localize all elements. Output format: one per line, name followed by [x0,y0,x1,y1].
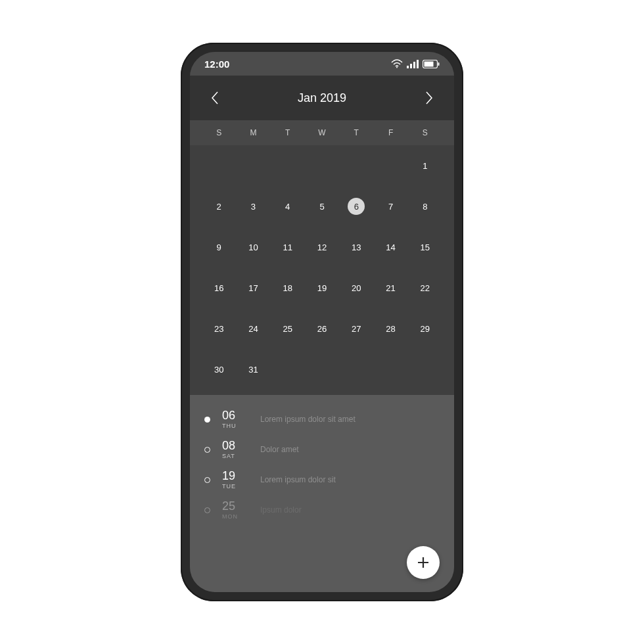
calendar-day-empty [236,145,270,186]
calendar-day-empty [339,145,373,186]
phone-frame: 12:00 Jan 2019 [181,43,463,601]
svg-rect-2 [410,64,412,68]
calendar-day[interactable]: 28 [373,308,407,349]
weekday-label: T [271,128,305,137]
calendar-day-empty [373,145,407,186]
prev-month-button[interactable] [206,89,224,107]
weekday-label: S [408,128,442,137]
signal-icon [407,60,419,68]
event-date-dow: TUE [222,483,248,490]
event-date-number: 19 [222,470,248,482]
event-date-dow: THU [222,423,248,429]
event-text: Lorem ipsum dolor sit [260,475,440,484]
event-date: 25MON [222,500,248,520]
calendar-day[interactable]: 29 [408,308,442,349]
event-row[interactable]: 25MONIpsum dolor [204,495,440,525]
status-bar: 12:00 [190,52,454,76]
event-date-number: 06 [222,409,248,421]
event-row[interactable]: 08SATDolor amet [204,434,440,465]
events-panel: 06THULorem ipsum dolor sit amet08SATDolo… [190,395,454,592]
calendar-day-empty [373,349,407,390]
bullet-hollow-icon [204,447,210,453]
event-row[interactable]: 06THULorem ipsum dolor sit amet [204,404,440,434]
calendar-day[interactable]: 26 [305,308,339,349]
add-event-button[interactable] [407,546,440,579]
calendar-day[interactable]: 4 [271,186,305,227]
event-date-number: 08 [222,440,248,451]
bullet-hollow-icon [204,507,210,513]
calendar-day[interactable]: 23 [202,308,236,349]
wifi-icon [391,59,403,68]
event-row[interactable]: 19TUELorem ipsum dolor sit [204,465,440,495]
calendar-day[interactable]: 15 [408,227,442,267]
calendar-day[interactable]: 30 [202,349,236,390]
calendar-day-empty [271,349,305,390]
calendar-day[interactable]: 11 [271,227,305,267]
calendar-day[interactable]: 3 [236,186,270,227]
event-text: Dolor amet [260,445,440,454]
calendar-day[interactable]: 19 [305,267,339,308]
calendar-day[interactable]: 31 [236,349,270,390]
calendar-grid: 1234567891011121314151617181920212223242… [190,145,454,395]
svg-rect-3 [413,62,415,68]
event-text: Ipsum dolor [260,505,440,515]
calendar-day-empty [271,145,305,186]
calendar-day[interactable]: 27 [339,308,373,349]
event-date-dow: MON [222,513,248,520]
calendar-day[interactable]: 17 [236,267,270,308]
calendar-day[interactable]: 21 [373,267,407,308]
weekday-label: S [202,128,236,137]
svg-point-0 [396,67,398,68]
plus-icon [416,555,430,570]
svg-rect-6 [425,61,434,66]
calendar-day[interactable]: 9 [202,227,236,267]
calendar-day[interactable]: 5 [305,186,339,227]
weekday-label: F [373,128,407,137]
event-date: 08SAT [222,440,248,459]
calendar-day[interactable]: 16 [202,267,236,308]
event-text: Lorem ipsum dolor sit amet [260,415,440,424]
weekday-label: M [236,128,270,137]
calendar-day[interactable]: 13 [339,227,373,267]
weekday-label: T [339,128,373,137]
status-icons [391,59,440,68]
calendar-day-empty [339,349,373,390]
weekday-header: SMTWTFS [190,120,454,145]
screen: 12:00 Jan 2019 [190,52,454,592]
calendar-day[interactable]: 1 [408,145,442,186]
calendar-day-empty [202,145,236,186]
bullet-hollow-icon [204,477,210,483]
month-title: Jan 2019 [298,91,346,105]
event-date-dow: SAT [222,453,248,459]
month-navigation: Jan 2019 [190,76,454,120]
calendar-day[interactable]: 24 [236,308,270,349]
battery-icon [423,60,440,68]
calendar-day[interactable]: 8 [408,186,442,227]
calendar-day-empty [305,349,339,390]
calendar-day[interactable]: 12 [305,227,339,267]
calendar-day-empty [305,145,339,186]
calendar-day[interactable]: 18 [271,267,305,308]
svg-rect-4 [417,60,419,68]
svg-rect-1 [407,66,409,68]
calendar-day[interactable]: 14 [373,227,407,267]
next-month-button[interactable] [420,89,438,107]
calendar-day[interactable]: 6 [339,186,373,227]
status-time: 12:00 [204,58,229,70]
calendar-day-empty [408,349,442,390]
calendar-day[interactable]: 10 [236,227,270,267]
svg-rect-7 [438,62,440,66]
bullet-filled-icon [204,417,210,423]
calendar-day[interactable]: 22 [408,267,442,308]
event-date-number: 25 [222,500,248,512]
calendar-day[interactable]: 7 [373,186,407,227]
weekday-label: W [305,128,339,137]
event-date: 06THU [222,409,248,429]
event-date: 19TUE [222,470,248,490]
calendar-day[interactable]: 20 [339,267,373,308]
calendar-day[interactable]: 2 [202,186,236,227]
calendar-day[interactable]: 25 [271,308,305,349]
